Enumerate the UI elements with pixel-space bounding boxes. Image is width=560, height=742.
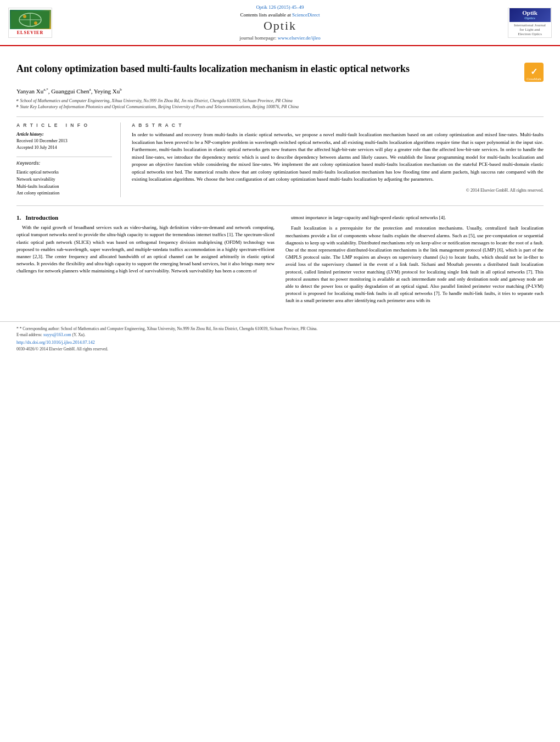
keyword-4: Ant colony optimization <box>16 190 112 197</box>
sciencedirect-link[interactable]: ScienceDirect <box>292 12 320 18</box>
received-date: Received 10 December 2013 <box>16 138 112 144</box>
elsevier-name: ELSEVIER <box>17 30 43 35</box>
doi-link[interactable]: http://dx.doi.org/10.1016/j.ijleo.2014.0… <box>16 340 544 345</box>
keyword-2: Network survivability <box>16 176 112 183</box>
journal-ref: Optik 126 (2015) 45–49 <box>63 4 497 10</box>
homepage-url[interactable]: www.elsevier.de/ijleo <box>278 35 321 41</box>
svg-text:CrossMark: CrossMark <box>527 77 541 81</box>
affiliation-a: a School of Mathematics and Computer Eng… <box>16 98 544 104</box>
intro-right-text: utmost importance in large-capacity and … <box>285 214 544 304</box>
abstract-header: A B S T R A C T <box>132 122 544 128</box>
keyword-1: Elastic optical networks <box>16 169 112 176</box>
author-yeying: Yeying Xu <box>94 88 120 94</box>
crossmark-logo: ✓ CrossMark <box>524 63 544 82</box>
abstract-col: A B S T R A C T In order to withstand an… <box>132 122 544 197</box>
footer-issn: 0030-4026/© 2014 Elsevier GmbH. All righ… <box>16 347 544 352</box>
header-center: Optik 126 (2015) 45–49 Contents lists av… <box>52 4 508 41</box>
affiliation-b: b State Key Laboratory of Information Ph… <box>16 104 544 110</box>
keywords-list: Elastic optical networks Network surviva… <box>16 169 112 197</box>
journal-header: ELSEVIER Optik 126 (2015) 45–49 Contents… <box>0 0 560 46</box>
author-guanggui: Guanggui Chen <box>51 88 89 94</box>
footnote-text: * Corresponding author: School of Mathem… <box>20 326 318 331</box>
article-info-abstract: A R T I C L E I N F O Article history: R… <box>16 116 544 197</box>
optik-journal-logo: Optik Optics International Journalfor Li… <box>508 8 552 38</box>
page-footer: * * Corresponding author: School of Math… <box>0 321 560 356</box>
article-info-col: A R T I C L E I N F O Article history: R… <box>16 122 121 197</box>
copyright: © 2014 Elsevier GmbH. All rights reserve… <box>132 188 544 193</box>
intro-left-text: With the rapid growth of broadband servi… <box>16 224 275 275</box>
keyword-3: Multi-faults localization <box>16 183 112 191</box>
intro-right-para-2: Fault localization is a prerequisite for… <box>285 225 544 304</box>
body-left-col: 1. Introduction With the rapid growth of… <box>16 214 275 308</box>
authors-line: Yanyan Xua,*, Guanggui Chena, Yeying Xub <box>16 87 544 94</box>
accepted-date: Accepted 10 July 2014 <box>16 144 112 151</box>
svg-point-5 <box>34 21 37 25</box>
article-history: Article history: Received 10 December 20… <box>16 131 112 151</box>
affiliation-a-text: School of Mathematics and Computer Engin… <box>20 98 293 104</box>
body-content: 1. Introduction With the rapid growth of… <box>16 214 544 308</box>
elsevier-logo: ELSEVIER <box>8 8 52 38</box>
optik-subtitle: International Journalfor Light andElectr… <box>513 22 547 37</box>
email-label: E-mail address: <box>16 332 42 337</box>
sciencedirect-line: Contents lists available at ScienceDirec… <box>63 12 497 18</box>
footnote-corresponding: * * Corresponding author: School of Math… <box>16 326 544 332</box>
abstract-text: In order to withstand and recovery from … <box>132 131 544 183</box>
author-yanyan: Yanyan Xu <box>16 88 43 94</box>
page: ELSEVIER Optik 126 (2015) 45–49 Contents… <box>0 0 560 742</box>
main-content: Ant colony optimization based multi-faul… <box>0 46 560 316</box>
history-label: Article history: <box>16 131 112 138</box>
article-info-header: A R T I C L E I N F O <box>16 122 112 128</box>
email-attribution: (Y. Xu). <box>72 332 86 337</box>
keywords-header: Keywords: <box>16 160 112 166</box>
article-title-section: Ant colony optimization based multi-faul… <box>16 63 544 82</box>
journal-title: Optik <box>63 19 497 33</box>
optik-logo-image: Optik Optics <box>509 8 551 22</box>
body-right-col: utmost importance in large-capacity and … <box>285 214 544 308</box>
section-divider <box>16 205 544 206</box>
journal-homepage: journal homepage: www.elsevier.de/ijleo <box>63 35 497 41</box>
elsevier-logo-image <box>10 10 51 29</box>
sciencedirect-label: Contents lists available at <box>240 12 291 18</box>
intro-right-para-1: utmost importance in large-capacity and … <box>285 214 544 221</box>
intro-para-1: With the rapid growth of broadband servi… <box>16 224 275 275</box>
affiliation-b-text: State Key Laboratory of Information Phot… <box>20 104 299 110</box>
footnote-email: E-mail address: xuyys@163.com (Y. Xu). <box>16 332 544 338</box>
affiliations: a School of Mathematics and Computer Eng… <box>16 98 544 110</box>
svg-text:✓: ✓ <box>530 67 537 76</box>
svg-point-4 <box>23 15 26 18</box>
article-title: Ant colony optimization based multi-faul… <box>16 63 516 75</box>
intro-title: 1. Introduction <box>16 214 275 221</box>
email-address[interactable]: xuyys@163.com <box>43 332 71 337</box>
